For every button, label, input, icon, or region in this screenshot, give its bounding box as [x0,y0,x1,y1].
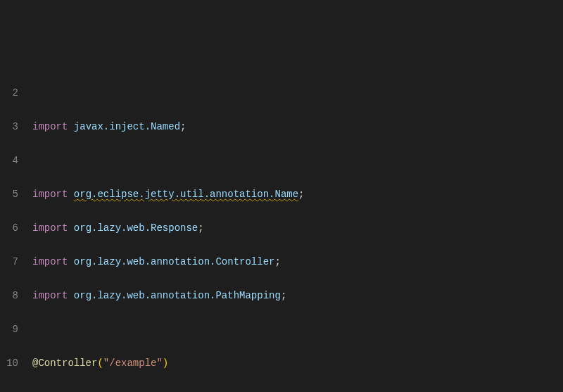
keyword-import: import [32,290,68,301]
line-number: 9 [0,321,18,338]
semicolon: ; [298,189,304,200]
code-line[interactable]: @Controller("/example") [32,355,563,372]
line-number: 11 [0,388,18,392]
line-number: 2 [0,84,18,101]
code-line[interactable] [32,84,563,101]
line-number: 6 [0,220,18,236]
code-area[interactable]: import javax.inject.Named; import org.ec… [25,68,563,392]
code-line[interactable] [32,152,563,169]
semicolon: ; [198,222,203,234]
paren: ) [163,358,168,369]
semicolon: ; [281,290,286,301]
code-line[interactable]: public class ExampleController { [32,388,563,392]
semicolon: ; [180,121,186,132]
package-path-warning[interactable]: org.eclipse.jetty.util.annotation.Name [74,189,298,200]
paren: ( [97,358,103,369]
string-literal: "/example" [103,358,163,369]
package-path: org.lazy.web.annotation.PathMapping [74,290,281,301]
keyword-import: import [32,121,68,132]
package-path: org.lazy.web.annotation.Controller [74,256,275,267]
keyword-import: import [32,189,68,200]
code-line[interactable]: import org.eclipse.jetty.util.annotation… [32,186,563,203]
package-path: javax.inject.Named [74,121,180,132]
semicolon: ; [274,256,280,267]
code-line[interactable]: import javax.inject.Named; [32,118,563,135]
annotation-controller: @Controller [32,358,97,369]
code-line[interactable] [32,321,563,338]
code-editor[interactable]: 2 3 4 5 6 7 8 9 10 11 12 13 14 15 16 17 … [0,68,563,392]
code-line[interactable]: import org.lazy.web.annotation.Controlle… [32,253,563,270]
line-number: 7 [0,253,18,270]
line-number: 3 [0,118,18,135]
keyword-import: import [32,222,68,234]
line-number: 5 [0,186,18,203]
line-number: 8 [0,287,18,304]
code-line[interactable]: import org.lazy.web.annotation.PathMappi… [32,287,563,304]
code-line[interactable]: import org.lazy.web.Response; [32,220,563,236]
line-number: 4 [0,152,18,169]
line-number-gutter: 2 3 4 5 6 7 8 9 10 11 12 13 14 15 16 17 … [0,68,25,392]
line-number: 10 [0,355,18,372]
keyword-import: import [32,256,68,267]
package-path: org.lazy.web.Response [74,222,198,234]
